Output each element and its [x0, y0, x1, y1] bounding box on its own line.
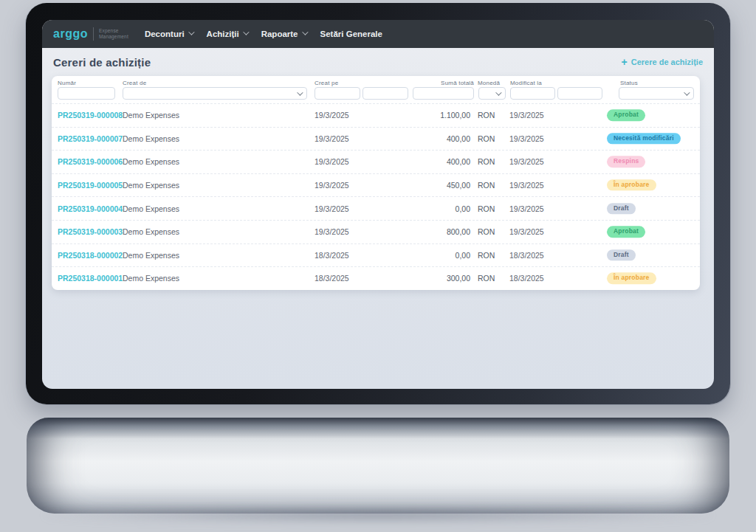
table-row: PR250319-000003 Demo Expenses 19/3/2025 … [52, 220, 700, 243]
nav-menu: Deconturi Achiziții Rapoarte Setări Gene… [145, 30, 382, 38]
cell-created-by: Demo Expenses [123, 274, 179, 283]
filter-input-suma-totala[interactable] [413, 87, 474, 100]
cell-created-on: 19/3/2025 [315, 227, 349, 236]
cell-created-on: 18/3/2025 [315, 251, 349, 260]
add-request-button[interactable]: + Cerere de achiziție [622, 57, 703, 67]
status-badge: Necesită modificări [607, 133, 681, 144]
cell-total-amount: 450,00 [383, 181, 470, 190]
cell-currency: RON [478, 181, 495, 190]
nav-item-label: Setări Generale [320, 30, 382, 38]
filter-input-modificat-from[interactable] [510, 87, 555, 100]
cell-currency: RON [478, 134, 495, 143]
table-body: PR250319-000008 Demo Expenses 19/3/2025 … [52, 103, 700, 290]
cell-created-on: 19/3/2025 [315, 181, 349, 190]
brand-divider [93, 27, 94, 41]
table-row: PR250319-000008 Demo Expenses 19/3/2025 … [52, 103, 700, 127]
cell-created-on: 19/3/2025 [315, 157, 349, 166]
status-badge: Aprobat [607, 110, 645, 121]
request-number-link[interactable]: PR250319-000003 [58, 227, 123, 236]
table-row: PR250319-000004 Demo Expenses 19/3/2025 … [52, 196, 700, 220]
app-navbar: arggo Expense Management Deconturi Achiz… [42, 20, 714, 48]
chevron-down-icon [188, 29, 194, 35]
page-header: Cereri de achiziție + Cerere de achiziți… [42, 48, 714, 76]
nav-item-rapoarte[interactable]: Rapoarte [261, 30, 306, 38]
cell-modified-on: 18/3/2025 [509, 274, 544, 283]
request-number-link[interactable]: PR250318-000002 [58, 251, 123, 260]
chevron-down-icon [297, 89, 303, 95]
request-number-link[interactable]: PR250318-000001 [58, 274, 123, 283]
laptop-base [27, 418, 729, 514]
nav-item-achizi-ii[interactable]: Achiziții [207, 30, 247, 38]
nav-item-label: Deconturi [145, 30, 185, 38]
table-row: PR250318-000002 Demo Expenses 18/3/2025 … [52, 243, 700, 267]
cell-currency: RON [478, 251, 495, 260]
cell-total-amount: 300,00 [383, 274, 470, 283]
request-number-link[interactable]: PR250319-000007 [58, 134, 123, 143]
cell-modified-on: 18/3/2025 [509, 251, 544, 260]
nav-item-label: Achiziții [207, 30, 239, 38]
nav-item-set-ri-generale[interactable]: Setări Generale [320, 30, 382, 38]
cell-created-by: Demo Expenses [123, 181, 179, 190]
column-label-numar: Număr [58, 80, 76, 86]
cell-total-amount: 0,00 [383, 251, 470, 260]
cell-modified-on: 19/3/2025 [509, 157, 544, 166]
cell-total-amount: 800,00 [383, 227, 470, 236]
brand-logo[interactable]: arggo Expense Management [53, 27, 128, 41]
request-number-link[interactable]: PR250319-000008 [58, 111, 123, 120]
request-number-link[interactable]: PR250319-000006 [58, 157, 123, 166]
filter-input-creat-pe-from[interactable] [315, 87, 360, 100]
add-request-button-label: Cerere de achiziție [631, 58, 703, 66]
cell-created-on: 19/3/2025 [315, 134, 349, 143]
cell-created-by: Demo Expenses [123, 227, 179, 236]
nav-item-deconturi[interactable]: Deconturi [145, 30, 193, 38]
status-badge: Draft [607, 249, 636, 260]
column-label-creat-pe: Creat pe [315, 80, 338, 86]
filter-select-moneda[interactable] [478, 87, 506, 100]
cell-created-by: Demo Expenses [123, 251, 179, 260]
column-label-status: Status [620, 80, 638, 86]
filter-select-status[interactable] [619, 87, 694, 100]
table-row: PR250319-000005 Demo Expenses 19/3/2025 … [52, 173, 700, 197]
column-label-moneda: Monedă [478, 80, 500, 86]
request-number-link[interactable]: PR250319-000005 [58, 181, 123, 190]
app-screen: arggo Expense Management Deconturi Achiz… [42, 20, 714, 389]
page-title: Cereri de achiziție [53, 56, 151, 69]
cell-created-by: Demo Expenses [123, 204, 179, 213]
status-badge: Respins [607, 156, 645, 167]
plus-icon: + [622, 57, 628, 67]
table-row: PR250319-000006 Demo Expenses 19/3/2025 … [52, 150, 700, 173]
cell-created-by: Demo Expenses [123, 111, 179, 120]
cell-created-on: 19/3/2025 [315, 111, 349, 120]
cell-created-on: 18/3/2025 [315, 274, 349, 283]
brand-tagline: Expense Management [99, 28, 128, 40]
filter-input-modificat-to[interactable] [557, 87, 602, 100]
cell-total-amount: 0,00 [383, 204, 470, 213]
cell-currency: RON [478, 274, 495, 283]
cell-total-amount: 400,00 [383, 134, 470, 143]
cell-created-by: Demo Expenses [123, 134, 179, 143]
cell-currency: RON [478, 204, 495, 213]
status-badge: În aprobare [607, 179, 656, 190]
cell-currency: RON [478, 227, 495, 236]
cell-modified-on: 19/3/2025 [509, 134, 544, 143]
nav-item-label: Rapoarte [261, 30, 298, 38]
filter-input-creat-pe-to[interactable] [362, 87, 408, 100]
cell-modified-on: 19/3/2025 [509, 204, 544, 213]
chevron-down-icon [684, 89, 690, 95]
table-row: PR250318-000001 Demo Expenses 18/3/2025 … [52, 266, 700, 290]
cell-modified-on: 19/3/2025 [509, 227, 544, 236]
status-badge: În aprobare [607, 273, 656, 284]
brand-name: arggo [53, 28, 88, 40]
brand-tagline-line2: Management [99, 34, 128, 39]
cell-created-on: 19/3/2025 [315, 204, 349, 213]
cell-total-amount: 1.100,00 [383, 111, 470, 120]
laptop-screen-bezel: arggo Expense Management Deconturi Achiz… [26, 3, 730, 404]
request-number-link[interactable]: PR250319-000004 [58, 204, 123, 213]
filter-input-numar[interactable] [58, 87, 115, 100]
cell-created-by: Demo Expenses [123, 157, 179, 166]
chevron-down-icon [302, 29, 308, 35]
filter-select-creat-de[interactable] [123, 87, 307, 100]
cell-modified-on: 19/3/2025 [509, 181, 544, 190]
status-badge: Aprobat [607, 227, 645, 238]
laptop-base-shadow [44, 508, 712, 522]
